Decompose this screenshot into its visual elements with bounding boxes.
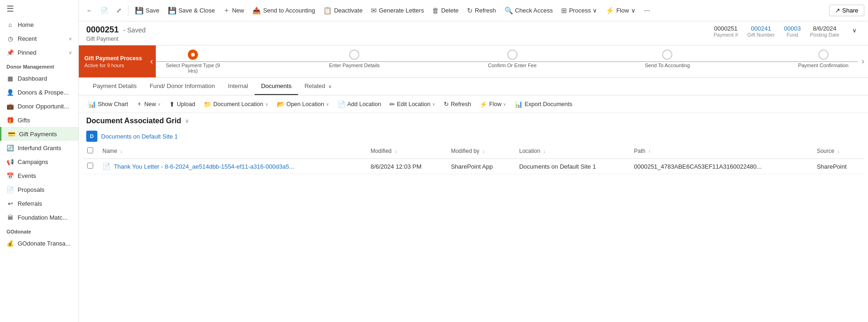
row-source-cell: SharePoint: [812, 159, 864, 174]
tab-payment-details[interactable]: Payment Details: [86, 78, 143, 95]
deactivate-button[interactable]: 📋 Deactivate: [319, 5, 366, 17]
sidebar-item-proposals[interactable]: 📄 Proposals: [0, 183, 78, 196]
grid-header: Document Associated Grid ∨: [79, 113, 868, 129]
recent-chevron-icon: ∨: [69, 36, 72, 41]
sidebar-label-foundation: Foundation Matc...: [18, 214, 68, 221]
col-path[interactable]: Path ↑: [629, 144, 812, 159]
new-button[interactable]: ＋ New: [219, 4, 248, 17]
sidebar-item-pinned[interactable]: 📌 Pinned ∨: [0, 45, 78, 59]
row-modified-cell: 8/6/2024 12:03 PM: [366, 159, 446, 174]
add-location-button[interactable]: 📄 Add Location: [334, 99, 385, 110]
process-label: Process: [569, 7, 591, 14]
sidebar-item-events[interactable]: 📅 Events: [0, 169, 78, 183]
sidebar-item-gift-payments[interactable]: 💳 Gift Payments: [0, 127, 78, 141]
page-view-button[interactable]: 📄: [97, 5, 112, 16]
meta-fund[interactable]: 00003 Fund: [784, 25, 801, 38]
step-circle-1: [188, 50, 198, 60]
meta-gift-value: 000241: [747, 25, 775, 32]
sidebar-item-campaigns[interactable]: 📢 Campaigns: [0, 155, 78, 169]
document-location-button[interactable]: 📁 Document Location ∨: [200, 99, 272, 110]
doc-flow-icon: ⚡: [479, 101, 487, 108]
doc-table: Name ↓ Modified ↓ Modified by ↓ Locati: [79, 144, 868, 322]
delete-button[interactable]: 🗑 Delete: [428, 5, 462, 16]
process-label: Gift Payment Process Active for 9 hours: [79, 45, 147, 77]
row-location-cell: Documents on Default Site 1: [515, 159, 630, 174]
save-close-button[interactable]: 💾 Save & Close: [164, 5, 219, 17]
add-location-icon: 📄: [338, 101, 345, 108]
dashboard-icon: ▦: [6, 75, 14, 82]
sidebar-item-recent[interactable]: ◷ Recent ∨: [0, 32, 78, 45]
edit-location-button[interactable]: ✏ Edit Location ∨: [386, 99, 439, 110]
grid-title-chevron-icon[interactable]: ∨: [185, 118, 189, 124]
process-chevron-icon: ∨: [593, 7, 597, 14]
sidebar-item-donor-opportunities[interactable]: 💼 Donor Opportunit...: [0, 99, 78, 113]
open-location-button[interactable]: 📂 Open Location ∨: [273, 99, 333, 110]
row-checkbox[interactable]: [87, 163, 93, 169]
doc-new-button[interactable]: ＋ New ∨: [133, 98, 165, 110]
doc-name-link[interactable]: Thank You Letter - 8-6-2024_ae514dbb-155…: [114, 163, 294, 170]
back-button[interactable]: ←: [83, 5, 96, 16]
col-modified-by[interactable]: Modified by ↓: [446, 144, 514, 159]
tab-documents[interactable]: Documents: [255, 78, 298, 95]
tab-internal[interactable]: Internal: [222, 78, 255, 95]
process-bar: Gift Payment Process Active for 9 hours …: [79, 45, 868, 78]
gift-payments-icon: 💳: [8, 130, 15, 138]
show-chart-button[interactable]: 📊 Show Chart: [84, 99, 132, 110]
process-button[interactable]: ⊞ Process ∨: [557, 5, 601, 17]
sidebar-label-donors: Donors & Prospe...: [18, 89, 69, 96]
site-link[interactable]: Documents on Default Site 1: [101, 133, 178, 140]
check-access-button[interactable]: 🔍 Check Access: [501, 5, 557, 17]
record-title-row: 0000251 - Saved: [86, 25, 146, 35]
generate-letters-icon: ✉: [371, 6, 377, 15]
sidebar: ☰ ⌂ Home ◷ Recent ∨ 📌 Pinned ∨ Donor Man…: [0, 0, 79, 322]
more-options-button[interactable]: ⋯: [640, 5, 654, 16]
gifts-icon: 🎁: [6, 116, 14, 124]
path-sort-icon: ↑: [648, 149, 651, 154]
proposals-icon: 📄: [6, 186, 14, 193]
meta-gift-number[interactable]: 000241 Gift Number: [747, 25, 775, 38]
tab-fund-donor[interactable]: Fund/ Donor Information: [143, 78, 222, 95]
row-path: 0000251_4783ABE6CA53EF11A3160022480...: [634, 163, 761, 170]
hamburger-menu-icon[interactable]: ☰: [0, 0, 78, 18]
sidebar-item-referrals[interactable]: ↩ Referrals: [0, 196, 78, 210]
save-button[interactable]: 💾 Save: [131, 5, 163, 17]
sidebar-item-dashboard[interactable]: ▦ Dashboard: [0, 71, 78, 85]
col-source[interactable]: Source ↓: [812, 144, 864, 159]
tab-related[interactable]: Related ∨: [298, 78, 338, 95]
col-modified[interactable]: Modified ↓: [366, 144, 446, 159]
sidebar-item-interfund-grants[interactable]: 🔄 Interfund Grants: [0, 141, 78, 155]
doc-refresh-button[interactable]: ↻ Refresh: [440, 99, 475, 109]
col-name[interactable]: Name ↓: [98, 144, 366, 159]
step-label-5: Payment Confirmation: [798, 63, 849, 68]
process-collapse-button[interactable]: ‹: [147, 45, 156, 77]
upload-button[interactable]: ⬆ Upload: [166, 99, 199, 110]
open-location-icon: 📂: [277, 101, 285, 108]
expand-button[interactable]: ⤢: [113, 5, 125, 16]
generate-letters-button[interactable]: ✉ Generate Letters: [367, 5, 428, 17]
sidebar-label-gift-payments: Gift Payments: [19, 131, 57, 138]
record-status: - Saved: [123, 26, 146, 34]
select-all-checkbox[interactable]: [87, 147, 93, 153]
site-row: D Documents on Default Site 1: [79, 129, 868, 144]
sidebar-label-dashboard: Dashboard: [18, 75, 47, 82]
send-to-accounting-button[interactable]: 📤 Send to Accounting: [249, 5, 319, 17]
export-documents-button[interactable]: 📊 Export Documents: [511, 99, 576, 110]
doc-flow-button[interactable]: ⚡ Flow ∨: [476, 99, 510, 110]
record-expand-button[interactable]: ∨: [849, 25, 861, 36]
sidebar-item-godonate[interactable]: 💰 GOdonate Transa...: [0, 236, 78, 250]
modified-sort-icon: ↓: [395, 149, 397, 154]
refresh-button[interactable]: ↻ Refresh: [463, 5, 500, 17]
share-button[interactable]: ↗ Share: [829, 5, 864, 16]
separator-1: [128, 5, 128, 16]
sidebar-item-home[interactable]: ⌂ Home: [0, 18, 78, 32]
send-accounting-label: Send to Accounting: [263, 7, 315, 14]
sidebar-item-gifts[interactable]: 🎁 Gifts: [0, 113, 78, 127]
sidebar-item-donors[interactable]: 👤 Donors & Prospe...: [0, 85, 78, 99]
col-location[interactable]: Location ↓: [515, 144, 630, 159]
upload-icon: ⬆: [169, 101, 175, 108]
flow-button[interactable]: ⚡ Flow ∨: [602, 5, 639, 17]
record-expand-icon: ∨: [852, 27, 857, 34]
timeline-next-button[interactable]: ›: [858, 57, 868, 66]
sidebar-label-godonate: GOdonate Transa...: [18, 240, 70, 247]
sidebar-item-foundation[interactable]: 🏛 Foundation Matc...: [0, 210, 78, 224]
